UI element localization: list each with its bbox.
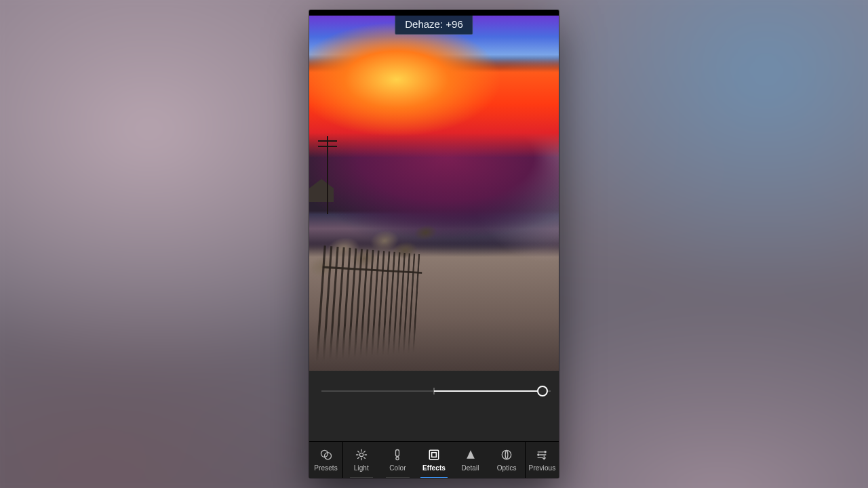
tab-label: Light <box>354 464 369 472</box>
svg-point-20 <box>538 454 539 455</box>
presets-icon <box>319 448 333 462</box>
slider-knob[interactable] <box>537 386 548 396</box>
tab-label: Previous <box>529 464 556 472</box>
edit-toolbar: Presets Light <box>309 441 559 478</box>
svg-rect-15 <box>432 453 437 458</box>
image-viewport[interactable]: Dehaze: +96 <box>309 16 559 371</box>
tab-previous[interactable]: Previous <box>525 442 559 478</box>
svg-line-7 <box>357 451 359 453</box>
color-icon <box>391 448 404 462</box>
photo-fence <box>315 245 422 362</box>
photo-utility-pole <box>327 136 328 214</box>
optics-icon <box>500 448 513 462</box>
previous-icon <box>535 448 549 462</box>
detail-icon <box>464 448 477 462</box>
tab-label: Optics <box>497 464 517 472</box>
tab-label: Effects <box>422 464 446 472</box>
effects-icon <box>427 448 441 462</box>
tab-detail[interactable]: Detail <box>452 442 489 478</box>
svg-line-8 <box>363 458 365 459</box>
slider-end-tick <box>548 391 551 392</box>
tab-label: Detail <box>461 464 479 472</box>
svg-rect-14 <box>429 450 438 459</box>
tab-light[interactable]: Light <box>343 442 380 478</box>
svg-point-18 <box>545 451 546 453</box>
status-bar <box>309 10 559 16</box>
svg-point-16 <box>502 450 511 459</box>
svg-line-10 <box>363 451 365 453</box>
svg-rect-11 <box>396 450 399 457</box>
svg-line-9 <box>357 458 359 459</box>
light-icon <box>355 448 368 462</box>
app-frame: Dehaze: +96 Presets <box>309 10 559 478</box>
adjustment-value-badge: Dehaze: +96 <box>395 16 473 35</box>
tab-label: Color <box>389 464 406 472</box>
photo-house <box>309 179 334 202</box>
slider-panel <box>309 371 559 441</box>
edited-photo <box>309 16 559 371</box>
tab-effects[interactable]: Effects <box>416 442 452 478</box>
dehaze-slider[interactable] <box>319 383 549 399</box>
tab-color[interactable]: Color <box>380 442 416 478</box>
slider-track-active <box>434 390 542 392</box>
tab-label: Presets <box>314 464 338 472</box>
svg-point-2 <box>359 453 363 456</box>
tab-optics[interactable]: Optics <box>488 442 525 478</box>
tab-presets[interactable]: Presets <box>309 442 343 478</box>
